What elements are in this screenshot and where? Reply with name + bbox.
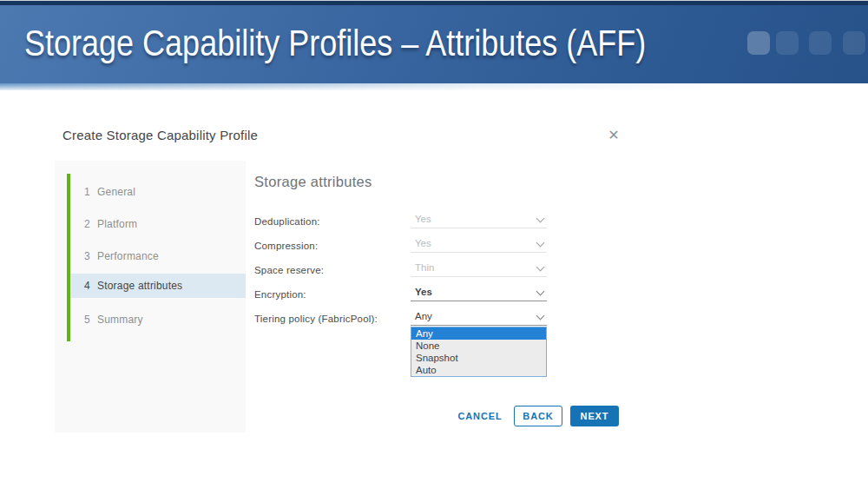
compression-label: Compression: [254, 237, 318, 254]
space-reserve-value: Thin [411, 260, 547, 276]
step-number: 1 [84, 180, 90, 204]
tiering-policy-dropdown: Any None Snapshot Auto [411, 327, 547, 377]
decorative-square [776, 31, 799, 55]
compression-value: Yes [411, 235, 547, 252]
step-label: Platform [97, 212, 137, 236]
back-button[interactable]: BACK [514, 406, 562, 426]
dropdown-option-any[interactable]: Any [411, 327, 546, 340]
close-icon[interactable]: ✕ [604, 126, 623, 145]
encryption-select[interactable]: Yes [411, 284, 547, 301]
tiering-policy-value: Any [411, 308, 547, 325]
decorative-square [747, 31, 770, 55]
encryption-value: Yes [411, 284, 547, 301]
banner-bottom-gradient [0, 83, 868, 90]
step-label: Summary [97, 307, 143, 332]
deduplication-label: Deduplication: [254, 213, 320, 230]
wizard-steps-panel: 1 General 2 Platform 3 Performance 4 Sto… [55, 161, 246, 433]
tiering-policy-select[interactable]: Any [411, 308, 547, 326]
dropdown-option-none[interactable]: None [411, 340, 546, 352]
compression-select: Yes [411, 235, 547, 253]
step-number: 4 [84, 274, 90, 298]
space-reserve-label: Space reserve: [254, 261, 324, 279]
step-performance[interactable]: 3 Performance [70, 244, 246, 268]
next-button[interactable]: NEXT [570, 406, 619, 426]
dropdown-option-auto[interactable]: Auto [411, 364, 546, 376]
dialog-title: Create Storage Capability Profile [62, 128, 258, 142]
deduplication-select: Yes [411, 211, 547, 228]
decorative-square [843, 31, 865, 55]
slide-title: Storage Capability Profiles – Attributes… [24, 22, 646, 65]
step-general[interactable]: 1 General [70, 180, 246, 204]
step-label: General [97, 180, 135, 204]
encryption-label: Encryption: [254, 286, 306, 303]
form-heading: Storage attributes [254, 174, 372, 190]
banner-background: Storage Capability Profiles – Attributes… [0, 5, 868, 83]
space-reserve-select: Thin [411, 260, 547, 277]
banner-top-stripe [0, 0, 868, 5]
step-platform[interactable]: 2 Platform [70, 212, 246, 236]
step-number: 2 [84, 212, 90, 236]
tiering-policy-label: Tiering policy (FabricPool): [254, 310, 378, 327]
cancel-button[interactable]: CANCEL [453, 406, 507, 426]
step-summary[interactable]: 5 Summary [70, 307, 246, 332]
step-number: 5 [84, 307, 90, 332]
slide-header-banner: Storage Capability Profiles – Attributes… [0, 0, 868, 83]
dropdown-option-snapshot[interactable]: Snapshot [411, 352, 546, 364]
decorative-square [809, 31, 832, 55]
step-storage-attributes[interactable]: 4 Storage attributes [70, 274, 246, 298]
step-number: 3 [84, 244, 90, 268]
step-label: Storage attributes [97, 274, 182, 298]
slide-canvas: Storage Capability Profiles – Attributes… [0, 0, 868, 489]
step-label: Performance [97, 244, 159, 268]
deduplication-value: Yes [411, 211, 547, 228]
